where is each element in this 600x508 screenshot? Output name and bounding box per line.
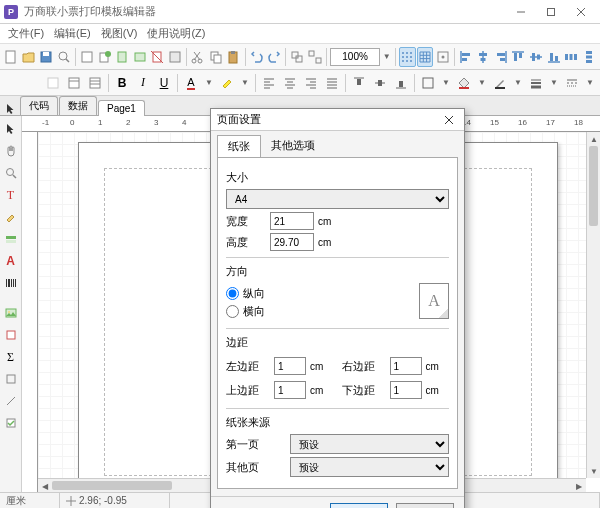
distribute-v-icon[interactable] — [580, 47, 597, 67]
new-page-icon[interactable] — [114, 47, 131, 67]
tab-code[interactable]: 代码 — [20, 96, 58, 115]
highlight-dropdown[interactable]: ▼ — [238, 78, 252, 87]
maximize-button[interactable] — [536, 2, 566, 22]
valign-bottom-icon[interactable] — [391, 73, 411, 93]
valign-middle-icon[interactable] — [370, 73, 390, 93]
height-input[interactable] — [270, 233, 314, 251]
open-icon[interactable] — [21, 47, 38, 67]
portrait-radio-row[interactable]: 纵向 — [226, 286, 399, 301]
border-color-dropdown[interactable]: ▼ — [511, 78, 525, 87]
scroll-down-icon[interactable]: ▼ — [587, 464, 600, 478]
page-setup-icon[interactable] — [79, 47, 96, 67]
redo-icon[interactable] — [266, 47, 283, 67]
italic-icon[interactable]: I — [133, 73, 153, 93]
border-color-icon[interactable] — [490, 73, 510, 93]
sum-tool-icon[interactable]: Σ — [2, 348, 20, 366]
fill-color-icon[interactable] — [454, 73, 474, 93]
dialog-titlebar[interactable]: 页面设置 — [211, 109, 464, 131]
scroll-right-icon[interactable]: ▶ — [572, 479, 586, 492]
variables-icon[interactable] — [167, 47, 184, 67]
align-left-icon[interactable] — [458, 47, 475, 67]
zoom-tool-icon[interactable] — [2, 164, 20, 182]
picture-tool-icon[interactable] — [2, 304, 20, 322]
menu-file[interactable]: 文件(F) — [4, 24, 48, 43]
hand-tool-icon[interactable] — [2, 142, 20, 160]
group-icon[interactable] — [289, 47, 306, 67]
portrait-radio[interactable] — [226, 287, 239, 300]
line-width-dropdown[interactable]: ▼ — [547, 78, 561, 87]
dialog-tab-paper[interactable]: 纸张 — [217, 135, 261, 158]
font-color-icon[interactable]: A — [181, 73, 201, 93]
font-color-dropdown[interactable]: ▼ — [202, 78, 216, 87]
menu-help[interactable]: 使用说明(Z) — [143, 24, 209, 43]
dialog-close-button[interactable] — [440, 111, 458, 129]
checkbox-tool-icon[interactable] — [2, 414, 20, 432]
shape-tool-icon[interactable] — [2, 370, 20, 388]
new-icon[interactable] — [3, 47, 20, 67]
cut-icon[interactable] — [190, 47, 207, 67]
grid-lines-icon[interactable] — [417, 47, 434, 67]
delete-page-icon[interactable] — [149, 47, 166, 67]
copy-icon[interactable] — [207, 47, 224, 67]
select-obj-icon[interactable] — [2, 103, 20, 115]
undo-icon[interactable] — [248, 47, 265, 67]
close-button[interactable] — [566, 2, 596, 22]
ungroup-icon[interactable] — [307, 47, 324, 67]
dialog-tab-other[interactable]: 其他选项 — [261, 135, 325, 158]
fill-color-dropdown[interactable]: ▼ — [475, 78, 489, 87]
subreport-tool-icon[interactable] — [2, 326, 20, 344]
style2-icon[interactable] — [85, 73, 105, 93]
other-page-source-combo[interactable]: 预设 — [290, 457, 449, 477]
line-style-dropdown[interactable]: ▼ — [583, 78, 597, 87]
align-bottom-icon[interactable] — [545, 47, 562, 67]
tab-data[interactable]: 数据 — [59, 96, 97, 115]
bold-icon[interactable]: B — [112, 73, 132, 93]
preview-icon[interactable] — [56, 47, 73, 67]
minimize-button[interactable] — [506, 2, 536, 22]
border-dropdown[interactable]: ▼ — [439, 78, 453, 87]
cancel-button[interactable]: 取消 — [396, 503, 454, 508]
width-input[interactable] — [270, 212, 314, 230]
align-middle-icon[interactable] — [528, 47, 545, 67]
snap-grid-icon[interactable] — [434, 47, 451, 67]
highlight-icon[interactable] — [217, 73, 237, 93]
grid-dots-icon[interactable] — [399, 47, 416, 67]
bottom-margin-input[interactable] — [390, 381, 422, 399]
menu-view[interactable]: 视图(V) — [97, 24, 142, 43]
valign-top-icon[interactable] — [349, 73, 369, 93]
scroll-left-icon[interactable]: ◀ — [38, 479, 52, 492]
scroll-up-icon[interactable]: ▲ — [587, 132, 600, 146]
save-icon[interactable] — [38, 47, 55, 67]
ok-button[interactable]: 确定 — [330, 503, 388, 508]
scroll-thumb-v[interactable] — [589, 146, 598, 226]
new-report-icon[interactable] — [96, 47, 113, 67]
new-dialog-icon[interactable] — [132, 47, 149, 67]
zoom-combo[interactable] — [330, 48, 380, 66]
line-width-icon[interactable] — [526, 73, 546, 93]
align-right-icon[interactable] — [493, 47, 510, 67]
text-center-icon[interactable] — [280, 73, 300, 93]
align-center-h-icon[interactable] — [475, 47, 492, 67]
no-style-icon[interactable] — [43, 73, 63, 93]
format-tool-icon[interactable] — [2, 208, 20, 226]
pointer-tool-icon[interactable] — [2, 120, 20, 138]
align-top-icon[interactable] — [510, 47, 527, 67]
underline-icon[interactable]: U — [154, 73, 174, 93]
distribute-h-icon[interactable] — [563, 47, 580, 67]
top-margin-input[interactable] — [274, 381, 306, 399]
band-tool-icon[interactable] — [2, 230, 20, 248]
barcode-tool-icon[interactable] — [2, 274, 20, 292]
line-tool-icon[interactable] — [2, 392, 20, 410]
tab-page[interactable]: Page1 — [98, 100, 145, 116]
line-style-icon[interactable] — [562, 73, 582, 93]
paper-size-combo[interactable]: A4 — [226, 189, 449, 209]
scrollbar-vertical[interactable]: ▲ ▼ — [586, 132, 600, 478]
text-justify-icon[interactable] — [322, 73, 342, 93]
landscape-radio-row[interactable]: 横向 — [226, 304, 399, 319]
zoom-dropdown-icon[interactable]: ▼ — [381, 52, 392, 61]
left-margin-input[interactable] — [274, 357, 306, 375]
style1-icon[interactable] — [64, 73, 84, 93]
first-page-source-combo[interactable]: 预设 — [290, 434, 449, 454]
border-icon[interactable] — [418, 73, 438, 93]
text-tool2-icon[interactable]: A — [2, 252, 20, 270]
